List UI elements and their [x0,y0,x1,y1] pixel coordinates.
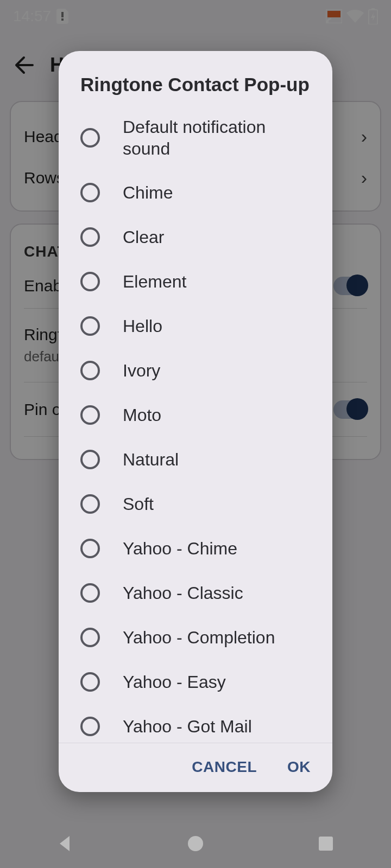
ringtone-option[interactable]: Chime [59,170,332,215]
ringtone-option[interactable]: Natural [59,437,332,482]
ringtone-option[interactable]: Yahoo - Got Mail [59,704,332,743]
ringtone-option[interactable]: Hello [59,304,332,348]
ringtone-dialog: Ringtone Contact Pop-up Default notifica… [59,51,332,792]
ringtone-option[interactable]: Ivory [59,348,332,393]
svg-point-6 [188,836,203,851]
option-label: Default notification sound [123,116,311,159]
ringtone-option-list[interactable]: Default notification sound Chime Clear E… [59,105,332,743]
ringtone-option[interactable]: Clear [59,215,332,259]
radio-icon[interactable] [80,227,100,247]
dialog-title: Ringtone Contact Pop-up [59,51,332,105]
option-label: Element [123,271,186,292]
nav-back-icon[interactable] [55,834,75,853]
ringtone-option[interactable]: Element [59,259,332,304]
ringtone-option[interactable]: Moto [59,393,332,437]
radio-icon[interactable] [80,450,100,469]
option-label: Moto [123,404,161,426]
radio-icon[interactable] [80,717,100,736]
nav-home-icon[interactable] [186,834,205,853]
option-label: Yahoo - Classic [123,582,243,604]
option-label: Yahoo - Got Mail [123,716,252,737]
radio-icon[interactable] [80,316,100,336]
radio-icon[interactable] [80,539,100,558]
dialog-actions: CANCEL OK [59,743,332,792]
radio-icon[interactable] [80,405,100,425]
radio-icon[interactable] [80,583,100,603]
radio-icon[interactable] [80,361,100,380]
option-label: Chime [123,182,173,203]
option-label: Soft [123,493,154,515]
option-label: Yahoo - Easy [123,671,226,693]
option-label: Ivory [123,360,160,381]
ringtone-option[interactable]: Yahoo - Classic [59,571,332,615]
ringtone-option[interactable]: Default notification sound [59,105,332,170]
ringtone-option[interactable]: Yahoo - Easy [59,660,332,704]
radio-icon[interactable] [80,672,100,692]
option-label: Yahoo - Completion [123,627,275,648]
nav-recent-icon[interactable] [316,834,336,853]
option-label: Clear [123,226,164,248]
radio-icon[interactable] [80,183,100,202]
ringtone-option[interactable]: Yahoo - Completion [59,615,332,660]
radio-icon[interactable] [80,272,100,291]
option-label: Hello [123,315,162,337]
option-label: Natural [123,449,179,470]
cancel-button[interactable]: CANCEL [192,758,257,776]
radio-icon[interactable] [80,494,100,514]
ok-button[interactable]: OK [287,758,311,776]
svg-rect-7 [319,837,333,851]
ringtone-option[interactable]: Soft [59,482,332,526]
radio-icon[interactable] [80,628,100,647]
radio-icon[interactable] [80,128,100,148]
option-label: Yahoo - Chime [123,538,237,559]
ringtone-option[interactable]: Yahoo - Chime [59,526,332,571]
system-navbar [0,819,391,868]
